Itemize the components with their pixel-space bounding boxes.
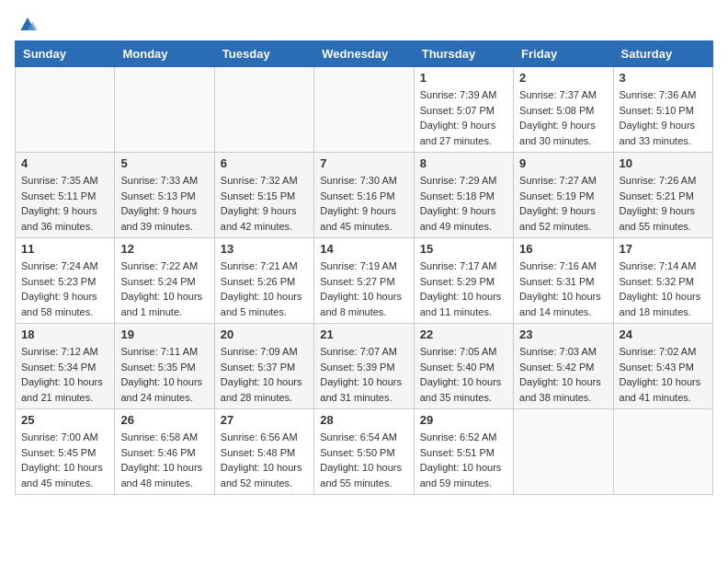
daylight-label: Daylight: 9 hours and 49 minutes. — [420, 205, 496, 232]
day-cell: 7 Sunrise: 7:30 AM Sunset: 5:16 PM Dayli… — [314, 153, 414, 238]
day-number: 10 — [620, 156, 707, 170]
day-number: 16 — [519, 242, 607, 256]
sunrise-label: Sunrise: 7:30 AM — [320, 175, 397, 186]
sunset-label: Sunset: 5:13 PM — [120, 190, 195, 201]
day-info: Sunrise: 6:54 AM Sunset: 5:50 PM Dayligh… — [320, 430, 407, 490]
sunrise-label: Sunrise: 7:36 AM — [620, 89, 697, 100]
day-cell: 2 Sunrise: 7:37 AM Sunset: 5:08 PM Dayli… — [514, 67, 613, 153]
sunrise-label: Sunrise: 7:24 AM — [21, 260, 98, 271]
sunset-label: Sunset: 5:40 PM — [420, 362, 495, 373]
day-number: 14 — [320, 242, 407, 256]
sunset-label: Sunset: 5:19 PM — [519, 190, 594, 201]
daylight-label: Daylight: 9 hours and 30 minutes. — [519, 120, 596, 146]
daylight-label: Daylight: 9 hours and 52 minutes. — [519, 205, 596, 232]
day-number: 9 — [519, 156, 607, 170]
day-number: 12 — [120, 242, 208, 256]
sunrise-label: Sunrise: 7:00 AM — [21, 431, 98, 442]
day-cell: 14 Sunrise: 7:19 AM Sunset: 5:27 PM Dayl… — [314, 238, 414, 324]
sunset-label: Sunset: 5:37 PM — [221, 362, 295, 373]
day-info: Sunrise: 7:09 AM Sunset: 5:37 PM Dayligh… — [221, 344, 308, 405]
day-info: Sunrise: 7:35 AM Sunset: 5:11 PM Dayligh… — [21, 173, 108, 234]
sunset-label: Sunset: 5:51 PM — [420, 447, 495, 458]
sunrise-label: Sunrise: 7:09 AM — [221, 346, 298, 357]
daylight-label: Daylight: 10 hours and 48 minutes. — [120, 462, 202, 488]
daylight-label: Daylight: 9 hours and 45 minutes. — [320, 205, 396, 232]
day-cell: 24 Sunrise: 7:02 AM Sunset: 5:43 PM Dayl… — [613, 324, 712, 409]
sunrise-label: Sunrise: 7:39 AM — [420, 89, 497, 100]
sunrise-label: Sunrise: 7:17 AM — [420, 260, 497, 271]
sunrise-label: Sunrise: 7:27 AM — [519, 175, 597, 186]
daylight-label: Daylight: 9 hours and 55 minutes. — [620, 205, 696, 232]
day-number: 8 — [420, 156, 507, 170]
daylight-label: Daylight: 10 hours and 35 minutes. — [420, 376, 502, 403]
day-cell: 5 Sunrise: 7:33 AM Sunset: 5:13 PM Dayli… — [115, 153, 214, 238]
day-info: Sunrise: 6:52 AM Sunset: 5:51 PM Dayligh… — [420, 430, 507, 490]
daylight-label: Daylight: 10 hours and 24 minutes. — [120, 376, 202, 403]
day-number: 20 — [221, 327, 308, 341]
sunset-label: Sunset: 5:45 PM — [21, 447, 96, 458]
day-cell — [314, 67, 414, 153]
sunset-label: Sunset: 5:11 PM — [21, 190, 96, 201]
day-info: Sunrise: 7:05 AM Sunset: 5:40 PM Dayligh… — [420, 344, 507, 405]
sunset-label: Sunset: 5:23 PM — [21, 276, 96, 287]
sunset-label: Sunset: 5:10 PM — [620, 105, 694, 116]
weekday-header-row: SundayMondayTuesdayWednesdayThursdayFrid… — [16, 41, 713, 67]
day-cell: 4 Sunrise: 7:35 AM Sunset: 5:11 PM Dayli… — [16, 153, 115, 238]
day-cell: 21 Sunrise: 7:07 AM Sunset: 5:39 PM Dayl… — [314, 324, 414, 409]
day-info: Sunrise: 7:27 AM Sunset: 5:19 PM Dayligh… — [519, 173, 607, 234]
day-info: Sunrise: 7:22 AM Sunset: 5:24 PM Dayligh… — [120, 259, 208, 319]
sunrise-label: Sunrise: 7:32 AM — [221, 175, 298, 186]
sunrise-label: Sunrise: 7:33 AM — [120, 175, 198, 186]
day-number: 15 — [420, 242, 507, 256]
day-cell: 20 Sunrise: 7:09 AM Sunset: 5:37 PM Dayl… — [214, 324, 313, 409]
daylight-label: Daylight: 9 hours and 27 minutes. — [420, 120, 496, 146]
day-cell: 8 Sunrise: 7:29 AM Sunset: 5:18 PM Dayli… — [414, 153, 513, 238]
sunrise-label: Sunrise: 7:11 AM — [120, 346, 198, 357]
day-number: 24 — [620, 327, 707, 341]
day-info: Sunrise: 7:00 AM Sunset: 5:45 PM Dayligh… — [21, 430, 108, 490]
day-cell — [514, 409, 613, 495]
day-number: 29 — [420, 413, 507, 427]
daylight-label: Daylight: 10 hours and 1 minute. — [120, 291, 202, 317]
day-cell: 13 Sunrise: 7:21 AM Sunset: 5:26 PM Dayl… — [214, 238, 313, 324]
day-number: 22 — [420, 327, 507, 341]
day-cell: 19 Sunrise: 7:11 AM Sunset: 5:35 PM Dayl… — [115, 324, 214, 409]
day-cell: 17 Sunrise: 7:14 AM Sunset: 5:32 PM Dayl… — [613, 238, 712, 324]
sunrise-label: Sunrise: 7:35 AM — [21, 175, 98, 186]
weekday-header-wednesday: Wednesday — [314, 41, 414, 67]
sunrise-label: Sunrise: 6:58 AM — [120, 431, 198, 442]
day-info: Sunrise: 7:24 AM Sunset: 5:23 PM Dayligh… — [21, 259, 108, 319]
day-number: 5 — [120, 156, 208, 170]
day-cell — [613, 409, 712, 495]
sunrise-label: Sunrise: 7:14 AM — [620, 260, 697, 271]
day-cell: 15 Sunrise: 7:17 AM Sunset: 5:29 PM Dayl… — [414, 238, 513, 324]
day-info: Sunrise: 7:12 AM Sunset: 5:34 PM Dayligh… — [21, 344, 108, 405]
daylight-label: Daylight: 10 hours and 11 minutes. — [420, 291, 502, 317]
day-info: Sunrise: 7:37 AM Sunset: 5:08 PM Dayligh… — [519, 87, 607, 148]
day-cell: 10 Sunrise: 7:26 AM Sunset: 5:21 PM Dayl… — [613, 153, 712, 238]
day-number: 23 — [519, 327, 607, 341]
sunset-label: Sunset: 5:18 PM — [420, 190, 495, 201]
sunrise-label: Sunrise: 7:07 AM — [320, 346, 397, 357]
sunrise-label: Sunrise: 7:05 AM — [420, 346, 497, 357]
daylight-label: Daylight: 10 hours and 18 minutes. — [620, 291, 701, 317]
daylight-label: Daylight: 9 hours and 42 minutes. — [221, 205, 297, 232]
day-cell — [16, 67, 115, 153]
sunrise-label: Sunrise: 6:54 AM — [320, 431, 397, 442]
weekday-header-tuesday: Tuesday — [214, 41, 313, 67]
day-info: Sunrise: 7:14 AM Sunset: 5:32 PM Dayligh… — [620, 259, 707, 319]
day-number: 26 — [120, 413, 208, 427]
sunrise-label: Sunrise: 7:12 AM — [21, 346, 98, 357]
day-info: Sunrise: 7:33 AM Sunset: 5:13 PM Dayligh… — [120, 173, 208, 234]
daylight-label: Daylight: 10 hours and 38 minutes. — [519, 376, 601, 403]
day-info: Sunrise: 7:39 AM Sunset: 5:07 PM Dayligh… — [420, 87, 507, 148]
sunrise-label: Sunrise: 6:52 AM — [420, 431, 497, 442]
day-cell: 18 Sunrise: 7:12 AM Sunset: 5:34 PM Dayl… — [16, 324, 115, 409]
week-row-4: 18 Sunrise: 7:12 AM Sunset: 5:34 PM Dayl… — [16, 324, 713, 409]
day-number: 17 — [620, 242, 707, 256]
sunset-label: Sunset: 5:07 PM — [420, 105, 495, 116]
day-cell: 25 Sunrise: 7:00 AM Sunset: 5:45 PM Dayl… — [16, 409, 115, 495]
day-cell: 27 Sunrise: 6:56 AM Sunset: 5:48 PM Dayl… — [214, 409, 313, 495]
sunset-label: Sunset: 5:15 PM — [221, 190, 295, 201]
day-info: Sunrise: 6:58 AM Sunset: 5:46 PM Dayligh… — [120, 430, 208, 490]
